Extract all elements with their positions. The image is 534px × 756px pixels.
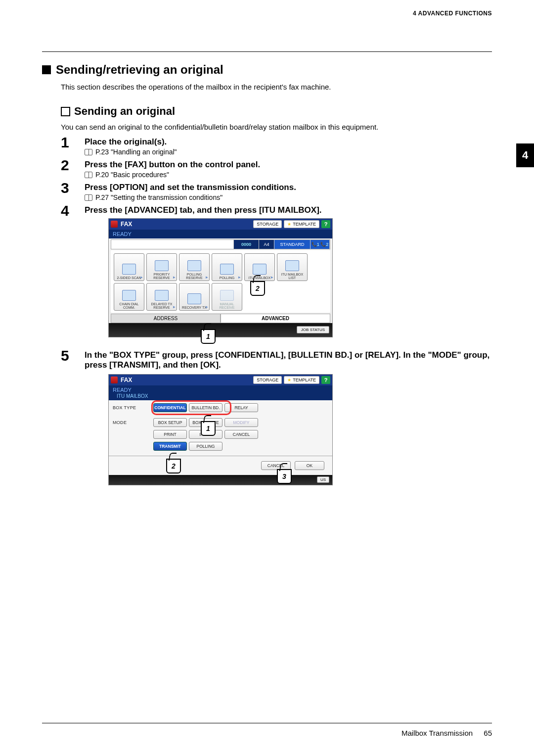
- cell-label: ITU MAILBOX LIST: [277, 273, 307, 280]
- relay-button[interactable]: RELAY: [224, 403, 258, 412]
- step-5: 5 In the "BOX TYPE" group, press [CONFID…: [61, 350, 492, 485]
- storage-button[interactable]: STORAGE: [253, 376, 282, 384]
- heading-1: Sending/retrieving an original: [42, 63, 492, 77]
- ready-text: READY: [113, 387, 132, 393]
- recovery-tx-button[interactable]: RECOVERY TX▸: [179, 283, 210, 311]
- hollow-square-icon: [61, 107, 70, 116]
- step-title: Place the original(s).: [85, 137, 492, 147]
- ready-status: READY: [109, 230, 332, 238]
- step-ref-text: P.20 "Basic procedures": [95, 171, 169, 179]
- help-button[interactable]: ?: [321, 220, 330, 228]
- modify-button[interactable]: MODIFY: [224, 418, 258, 427]
- delayed-tx-button[interactable]: DELAYED TX RESERVE▸: [146, 283, 177, 311]
- step-1: 1 Place the original(s). P.23 "Handling …: [61, 137, 492, 156]
- bulletin-button[interactable]: BULLETIN BD.: [189, 403, 222, 412]
- step-title: Press the [FAX] button on the control pa…: [85, 160, 492, 170]
- help-button[interactable]: ?: [321, 376, 330, 384]
- priority-reserve-button[interactable]: PRIORITY RESERVE▸: [146, 253, 177, 281]
- mode-row-2: PRINT INPUT CANCEL: [113, 430, 328, 439]
- h1-intro: This section describes the operations of…: [61, 83, 492, 91]
- step-ref: P.27 "Setting the transmission condition…: [85, 193, 492, 201]
- step-ref: P.23 "Handling an original": [85, 148, 492, 156]
- us-tag: US: [317, 476, 329, 483]
- cancel-mode-button[interactable]: CANCEL: [224, 430, 258, 439]
- standard-badge[interactable]: STANDARD: [274, 240, 311, 249]
- polling-mode-button[interactable]: POLLING: [189, 442, 222, 451]
- box-setup-button[interactable]: BOX SETUP: [153, 418, 187, 427]
- ss-footer: US: [109, 475, 332, 485]
- heading-2-text: Sending an original: [74, 105, 175, 118]
- book-icon: [85, 149, 92, 155]
- step-4: 4 Press the [ADVANCED] tab, and then pre…: [61, 205, 492, 337]
- heading-1-text: Sending/retrieving an original: [56, 63, 223, 77]
- step-title: Press [OPTION] and set the transmission …: [85, 183, 492, 192]
- mode-row-1: MODE BOX SETUP BOX DELETE MODIFY: [113, 418, 328, 427]
- ready-status: READY ITU MAILBOX: [109, 385, 332, 400]
- callout-1: 1: [201, 421, 216, 436]
- heading-2: Sending an original: [61, 105, 492, 118]
- ss-footer: JOB STATUS: [109, 323, 332, 337]
- footer-rule: [42, 723, 492, 723]
- transmit-button[interactable]: TRANSMIT: [153, 442, 187, 451]
- step-ref-text: P.27 "Setting the transmission condition…: [95, 193, 222, 201]
- cell-label: MANUAL RECEIVE: [212, 302, 242, 309]
- fax-icon: [111, 221, 118, 228]
- cell-label: POLLING: [220, 276, 234, 280]
- mode-row-3: TRANSMIT POLLING: [113, 442, 328, 451]
- footer: Mailbox Transmission 65: [401, 729, 492, 737]
- two-sided-scan-button[interactable]: 2-SIDED SCAN▸: [114, 253, 144, 281]
- itu-mailbox-screenshot: FAX STORAGE TEMPLATE ? READY ITU MAILBOX…: [108, 374, 333, 485]
- ss-titlebar: FAX STORAGE TEMPLATE ?: [109, 219, 332, 230]
- cell-label: DELAYED TX RESERVE: [147, 302, 177, 309]
- boxtype-label: BOX TYPE: [113, 405, 147, 410]
- polling-button[interactable]: POLLING▸: [212, 253, 242, 281]
- advanced-grid: 2-SIDED SCAN▸ PRIORITY RESERVE▸ POLLING …: [111, 250, 330, 313]
- print-button[interactable]: PRINT: [153, 430, 187, 439]
- cell-label: CHAIN DIAL COMM.: [114, 302, 144, 309]
- h2-intro: You can send an original to the confiden…: [61, 123, 492, 131]
- chain-dial-button[interactable]: CHAIN DIAL COMM.: [114, 283, 144, 311]
- job-status-button[interactable]: JOB STATUS: [297, 326, 329, 333]
- step-title: In the "BOX TYPE" group, press [CONFIDEN…: [85, 350, 492, 370]
- step-number: 5: [61, 347, 69, 364]
- cell-label: POLLING RESERVE: [179, 273, 209, 280]
- callout-1: 1: [201, 329, 216, 344]
- ss-title: FAX: [121, 377, 132, 383]
- chapter-tab: 4: [516, 143, 534, 167]
- template-button[interactable]: TEMPLATE: [284, 220, 319, 228]
- step-title: Press the [ADVANCED] tab, and then press…: [85, 205, 492, 215]
- template-button[interactable]: TEMPLATE: [284, 376, 319, 384]
- boxtype-row: BOX TYPE CONFIDENTIAL BULLETIN BD. RELAY: [113, 403, 328, 412]
- manual-receive-button[interactable]: MANUAL RECEIVE: [212, 283, 242, 311]
- cell-label: 2-SIDED SCAN: [117, 276, 141, 280]
- step-number: 2: [61, 157, 69, 174]
- book-icon: [85, 194, 92, 201]
- book-icon: [85, 172, 92, 178]
- step-number: 4: [61, 202, 69, 219]
- rule-top: [42, 51, 492, 52]
- paper-size: A4: [259, 240, 274, 249]
- ok-button[interactable]: OK: [295, 461, 324, 470]
- step-2: 2 Press the [FAX] button on the control …: [61, 160, 492, 179]
- callout-2: 2: [250, 281, 265, 296]
- step-ref: P.20 "Basic procedures": [85, 171, 492, 179]
- page-number: 65: [484, 729, 492, 737]
- steps-list: 1 Place the original(s). P.23 "Handling …: [61, 137, 492, 485]
- storage-button[interactable]: STORAGE: [253, 220, 282, 228]
- step-ref-text: P.23 "Handling an original": [95, 148, 177, 156]
- tab-advanced[interactable]: ADVANCED: [221, 314, 330, 323]
- itu-mailbox-list-button[interactable]: ITU MAILBOX LIST: [277, 253, 308, 281]
- ss-tabs: ADDRESS ADVANCED: [111, 314, 330, 323]
- fax-icon: [111, 377, 118, 383]
- tab-address[interactable]: ADDRESS: [111, 314, 221, 323]
- chapter-header: 4 ADVANCED FUNCTIONS: [42, 10, 492, 17]
- ss-title: FAX: [121, 221, 132, 228]
- polling-reserve-button[interactable]: POLLING RESERVE▸: [179, 253, 210, 281]
- phone-lines[interactable]: 📞1 📞2: [311, 240, 330, 249]
- callout-2: 2: [166, 459, 181, 473]
- step-number: 1: [61, 134, 69, 151]
- step-3: 3 Press [OPTION] and set the transmissio…: [61, 183, 492, 201]
- counter: 0000: [234, 240, 259, 249]
- form-divider: [109, 456, 332, 456]
- confidential-button[interactable]: CONFIDENTIAL: [153, 403, 187, 412]
